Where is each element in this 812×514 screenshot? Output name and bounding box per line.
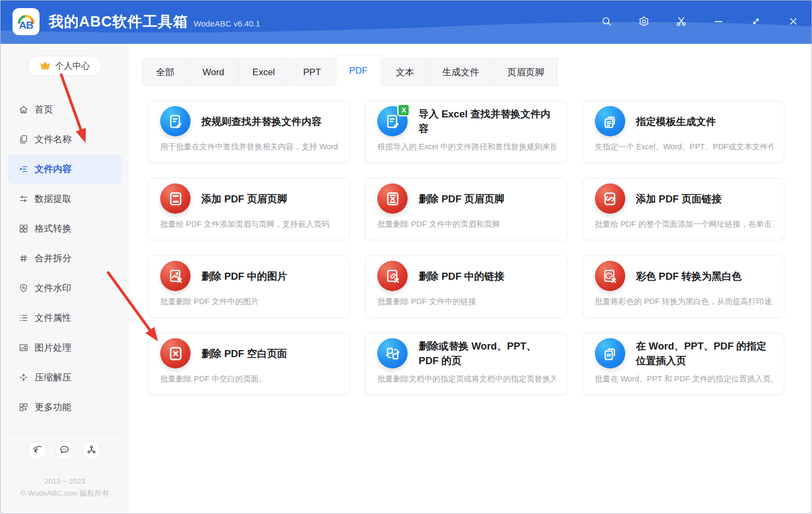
doc-edit-icon <box>160 106 191 136</box>
sidebar-item-label: 格式转换 <box>35 222 71 235</box>
card-header: 在 Word、PPT、PDF 的指定位置插入页 <box>595 337 773 370</box>
feature-card[interactable]: X 导入 Excel 查找并替换文件内容 根据导入的 Excel 中的文件路径和… <box>365 101 567 163</box>
card-header: 删除 PDF 中的图片 <box>160 259 338 293</box>
sidebar-item-label: 更多功能 <box>35 401 71 413</box>
feature-card[interactable]: 在 Word、PPT、PDF 的指定位置插入页 批量在 Word、PPT 和 P… <box>582 333 784 395</box>
card-description: 批量删除 PDF 中空白的页面。 <box>160 374 338 384</box>
color-to-bw-icon <box>595 261 625 291</box>
sidebar-item-label: 文件水印 <box>35 282 71 294</box>
tab[interactable]: 文本 <box>382 58 428 85</box>
file-name-icon <box>18 134 29 144</box>
feature-card[interactable]: 彩色 PDF 转换为黑白色 批量将彩色的 PDF 转换为黑白色，从而提高打印速度 <box>582 255 784 318</box>
card-description: 批量在 Word、PPT 和 PDF 文件的指定位置插入页。 <box>595 374 773 384</box>
card-title: 指定模板生成文件 <box>636 114 716 129</box>
card-description: 批量将彩色的 PDF 转换为黑白色，从而提高打印速度 <box>595 296 773 307</box>
sidebar-item-label: 首页 <box>35 103 53 116</box>
feature-card[interactable]: 指定模板生成文件 先指定一个 Excel、Word、PPT、PDF或文本文件作为… <box>582 101 784 163</box>
card-title: 彩色 PDF 转换为黑白色 <box>636 269 742 284</box>
close-icon <box>788 16 799 29</box>
template-generate-icon <box>595 106 625 136</box>
feature-card[interactable]: 删除 PDF 中的链接 批量删除 PDF 文件中的链接 <box>365 255 567 318</box>
card-title: 删除 PDF 中的图片 <box>201 269 287 284</box>
feature-card[interactable]: 按规则查找并替换文件内容 用于批量在文件中查找并替换相关内容，支持 Word、E… <box>148 101 350 163</box>
titlebar: AB 我的ABC软件工具箱 WodeABC v6.40.1 <box>1 1 811 44</box>
sidebar-item-label: 文件内容 <box>35 163 71 175</box>
titlebar-buttons <box>598 1 802 44</box>
app-window: AB 我的ABC软件工具箱 WodeABC v6.40.1 <box>0 0 812 514</box>
scissors-icon <box>676 16 687 29</box>
tab[interactable]: PDF <box>336 55 381 85</box>
sidebar-footer: e 2013 ~ 2023 © WodeABC.com 版权所有 <box>1 424 129 513</box>
card-header: 删除 PDF 页眉页脚 <box>377 182 555 215</box>
card-header: 彩色 PDF 转换为黑白色 <box>595 259 773 293</box>
card-title: 在 Word、PPT、PDF 的指定位置插入页 <box>636 339 773 368</box>
search-button[interactable] <box>598 14 615 31</box>
maximize-button[interactable] <box>747 14 764 31</box>
minimize-icon <box>713 16 724 29</box>
card-description: 批量删除文档中的指定页或将文档中的指定页替换为 <box>377 374 555 384</box>
tab[interactable]: Word <box>189 58 238 85</box>
search-icon <box>601 16 612 29</box>
personal-center-button[interactable]: 个人中心 <box>28 56 102 76</box>
sidebar-item[interactable]: 图片处理 <box>8 333 122 363</box>
link-delete-icon <box>377 261 408 291</box>
feature-card[interactable]: 删除 PDF 页眉页脚 批量删除 PDF 文件中的页眉和页脚 <box>365 178 567 240</box>
sidebar-item[interactable]: 数据提取 <box>8 184 122 214</box>
sidebar-item-label: 数据提取 <box>35 193 71 205</box>
card-header: 删除 PDF 中的链接 <box>377 259 555 293</box>
sidebar-item[interactable]: 文件属性 <box>8 303 122 333</box>
sidebar-item-label: 合并拆分 <box>35 252 71 265</box>
card-header: 删除 PDF 空白页面 <box>160 337 338 370</box>
sidebar-item[interactable]: 文件内容 <box>8 154 122 184</box>
chat-button[interactable] <box>55 441 74 460</box>
maximize-icon <box>750 16 762 29</box>
sidebar-item[interactable]: 文件水印 <box>8 273 122 303</box>
minimize-button[interactable] <box>710 14 727 31</box>
sidebar: 个人中心 首页 文件名称 文件内容 <box>1 44 129 513</box>
tab[interactable]: 生成文件 <box>429 58 493 85</box>
sidebar-item[interactable]: 合并拆分 <box>8 243 122 273</box>
excel-badge: X <box>397 104 410 116</box>
browser-icon: e <box>32 444 43 457</box>
browser-button[interactable]: e <box>28 441 47 460</box>
feature-card[interactable]: 添加 PDF 页眉页脚 批量给 PDF 文件添加页眉与页脚，支持嵌入页码 <box>148 178 350 240</box>
copyright: 2013 ~ 2023 © WodeABC.com 版权所有 <box>1 469 129 513</box>
card-description: 批量删除 PDF 文件中的页眉和页脚 <box>377 219 555 229</box>
tab[interactable]: 页眉页脚 <box>494 58 558 85</box>
card-header: 添加 PDF 页面链接 <box>595 182 773 215</box>
feature-card[interactable]: 删除或替换 Word、PPT、PDF 的页 批量删除文档中的指定页或将文档中的指… <box>365 333 567 395</box>
page-insert-icon <box>595 338 625 368</box>
feature-card[interactable]: 添加 PDF 页面链接 批量给 PDF 的整个页面添加一个网址链接，在单击页面 <box>582 178 784 240</box>
tab[interactable]: PPT <box>290 58 335 85</box>
feature-card[interactable]: 删除 PDF 中的图片 批量删除 PDF 文件中的图片 <box>148 255 350 318</box>
tab[interactable]: 全部 <box>142 58 188 85</box>
sidebar-item[interactable]: 格式转换 <box>8 214 122 243</box>
card-title: 导入 Excel 查找并替换文件内容 <box>418 107 555 136</box>
card-description: 批量删除 PDF 文件中的图片 <box>160 296 338 307</box>
svg-text:AB: AB <box>19 19 34 31</box>
settings-button[interactable] <box>635 14 652 31</box>
card-header: 指定模板生成文件 <box>595 104 773 138</box>
sidebar-item[interactable]: 文件名称 <box>8 124 122 154</box>
sidebar-item[interactable]: 首页 <box>8 95 122 124</box>
app-logo: AB <box>12 8 40 35</box>
cards-grid: 按规则查找并替换文件内容 用于批量在文件中查找并替换相关内容，支持 Word、E… <box>148 101 784 395</box>
more-features-icon <box>18 402 29 412</box>
tab[interactable]: Excel <box>239 58 289 85</box>
share-button[interactable] <box>82 441 101 460</box>
scissors-button[interactable] <box>672 14 690 31</box>
feature-card[interactable]: 删除 PDF 空白页面 批量删除 PDF 中空白的页面。 <box>148 333 350 395</box>
card-title: 删除 PDF 中的链接 <box>418 269 504 284</box>
sidebar-divider <box>8 85 121 85</box>
card-description: 批量给 PDF 的整个页面添加一个网址链接，在单击页面 <box>595 219 773 229</box>
sidebar-item-label: 文件属性 <box>35 312 71 324</box>
sidebar-item[interactable]: 压缩解压 <box>8 363 122 392</box>
close-button[interactable] <box>784 14 802 31</box>
card-header: 添加 PDF 页眉页脚 <box>160 182 338 215</box>
image-process-icon <box>18 342 29 353</box>
data-extract-icon <box>18 194 29 204</box>
card-title: 删除或替换 Word、PPT、PDF 的页 <box>418 339 555 368</box>
app-title: 我的ABC软件工具箱 <box>49 12 188 31</box>
personal-center-label: 个人中心 <box>55 61 90 72</box>
sidebar-item[interactable]: 更多功能 <box>8 392 122 422</box>
